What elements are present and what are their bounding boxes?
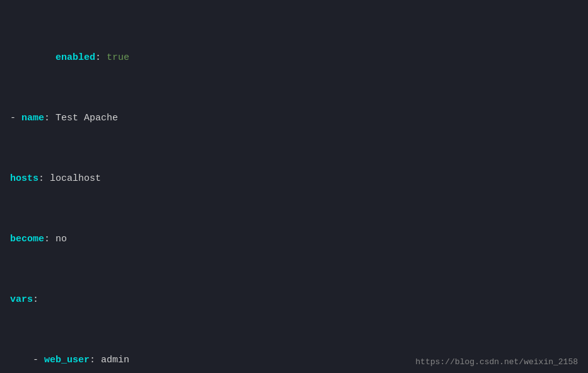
sep: : bbox=[95, 52, 107, 63]
sep: : bbox=[90, 355, 101, 365]
value-web-user: admin bbox=[101, 355, 129, 365]
value-enabled: true bbox=[107, 52, 129, 63]
code-line-5: vars: bbox=[10, 292, 578, 307]
indent bbox=[10, 52, 56, 63]
key-name: name bbox=[21, 113, 44, 123]
sep: : bbox=[44, 113, 56, 123]
footer-link: https://blog.csdn.net/weixin_2158 bbox=[416, 357, 578, 367]
code-line-3: hosts: localhost bbox=[10, 171, 578, 186]
dash: - bbox=[33, 355, 44, 365]
key-hosts: hosts bbox=[10, 173, 38, 184]
sep: : bbox=[33, 294, 38, 305]
value-hosts: localhost bbox=[50, 173, 101, 184]
key-enabled: enabled bbox=[56, 52, 95, 63]
sep: : bbox=[44, 234, 56, 244]
code-line-2: - name: Test Apache bbox=[10, 111, 578, 126]
dash: - bbox=[10, 113, 21, 123]
key-web-user: web_user bbox=[44, 355, 90, 365]
code-line-4: become: no bbox=[10, 232, 578, 247]
sep: : bbox=[38, 173, 50, 184]
key-vars: vars bbox=[10, 294, 33, 305]
indent bbox=[10, 355, 33, 365]
code-editor: enabled: true - name: Test Apache hosts:… bbox=[0, 0, 588, 373]
value-become: no bbox=[56, 234, 67, 244]
value-name: Test Apache bbox=[56, 113, 118, 123]
code-line-1: enabled: true bbox=[10, 50, 578, 66]
key-become: become bbox=[10, 234, 44, 244]
